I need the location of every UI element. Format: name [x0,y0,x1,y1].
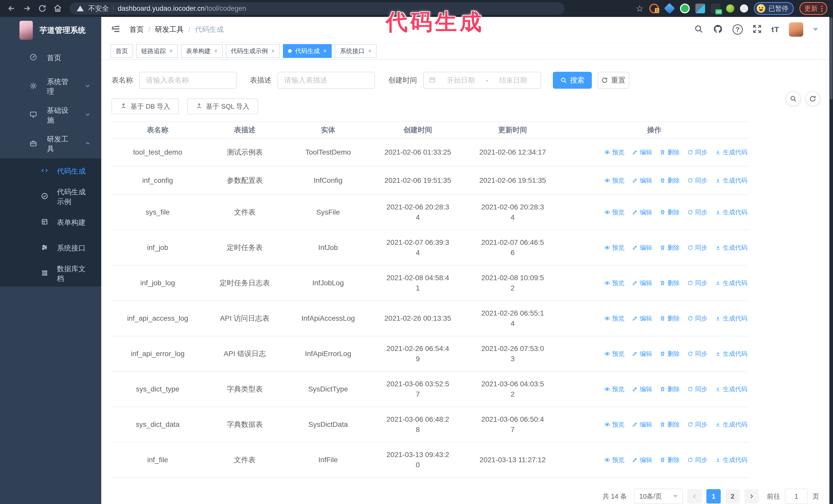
goto-page-input[interactable] [785,488,808,504]
page-button-2[interactable]: 2 [725,489,740,503]
table-name-input[interactable] [139,72,237,89]
tab-home[interactable]: 首页 [111,44,133,58]
breadcrumb-home[interactable]: 首页 [129,25,144,34]
address-bar[interactable]: 不安全 dashboard.yudao.iocoder.cn/tool/code… [70,2,564,15]
extension-icon-1[interactable]: 1 [649,4,659,13]
preview-link[interactable]: 预览 [604,279,624,287]
next-page-button[interactable] [744,489,759,503]
toggle-search-button[interactable] [786,91,801,106]
hamburger-icon[interactable] [111,24,121,35]
bookmark-star-icon[interactable]: ☆ [636,4,644,13]
edit-link[interactable]: 编辑 [632,421,652,429]
tab-form-builder[interactable]: 表单构建× [181,44,223,58]
tab-codegen-example[interactable]: 代码生成示例× [226,44,280,58]
delete-link[interactable]: 删除 [660,421,680,429]
preview-link[interactable]: 预览 [604,456,624,464]
preview-link[interactable]: 预览 [604,148,624,157]
table-desc-input[interactable] [278,72,375,89]
delete-link[interactable]: 删除 [660,385,680,393]
sync-link[interactable]: 同步 [687,350,708,358]
back-icon[interactable] [6,3,18,14]
forward-icon[interactable] [21,3,33,14]
tab-trace[interactable]: 链路追踪× [136,44,178,58]
reload-icon[interactable] [37,3,48,14]
help-icon[interactable]: ? [733,24,743,34]
sync-link[interactable]: 同步 [687,456,708,464]
generate-code-link[interactable]: 生成代码 [715,208,747,216]
edit-link[interactable]: 编辑 [632,243,652,252]
sidebar-item-codegen[interactable]: 代码生成 [0,159,101,184]
sync-link[interactable]: 同步 [687,421,708,429]
tab-codegen[interactable]: 代码生成× [283,44,332,58]
edit-link[interactable]: 编辑 [632,314,652,322]
preview-link[interactable]: 预览 [604,385,624,393]
edit-link[interactable]: 编辑 [632,176,652,185]
generate-code-link[interactable]: 生成代码 [715,350,747,358]
sidebar-item-system-api[interactable]: 系统接口 [0,235,101,261]
prev-page-button[interactable] [687,489,702,503]
user-menu-caret-icon[interactable] [813,28,818,31]
delete-link[interactable]: 删除 [660,148,680,157]
extension-icon-4[interactable] [695,4,705,13]
end-date-placeholder[interactable]: 结束日期 [491,76,536,85]
close-icon[interactable]: × [271,48,275,54]
delete-link[interactable]: 删除 [660,456,680,464]
preview-link[interactable]: 预览 [604,176,624,185]
font-size-icon[interactable]: tT [771,25,779,34]
edit-link[interactable]: 编辑 [632,456,652,464]
date-range-picker[interactable]: 开始日期 - 结束日期 [423,72,541,89]
search-icon[interactable] [694,24,703,34]
sidebar-item-infrastructure[interactable]: 基础设施 [0,101,101,130]
close-icon[interactable]: × [214,48,218,54]
generate-code-link[interactable]: 生成代码 [715,148,747,157]
search-button[interactable]: 搜索 [553,72,592,89]
sync-link[interactable]: 同步 [687,208,708,216]
delete-link[interactable]: 删除 [660,350,680,358]
generate-code-link[interactable]: 生成代码 [715,243,747,252]
breadcrumb-dev-tools[interactable]: 研发工具 [155,25,184,34]
preview-link[interactable]: 预览 [604,208,624,216]
delete-link[interactable]: 删除 [660,243,680,252]
preview-link[interactable]: 预览 [604,350,624,358]
extension-icon-5[interactable]: on [711,4,720,13]
security-warning-icon[interactable] [76,5,84,12]
extension-icon-6[interactable] [726,4,734,13]
generate-code-link[interactable]: 生成代码 [715,176,747,185]
preview-link[interactable]: 预览 [604,314,624,322]
sync-link[interactable]: 同步 [687,385,708,393]
edit-link[interactable]: 编辑 [632,208,652,216]
generate-code-link[interactable]: 生成代码 [715,421,747,429]
edit-link[interactable]: 编辑 [632,385,652,393]
page-size-select[interactable]: 10条/页 [634,488,683,504]
sync-link[interactable]: 同步 [687,148,708,157]
sync-link[interactable]: 同步 [687,314,708,322]
extension-icon-2[interactable] [664,3,675,14]
sidebar-item-system[interactable]: 系统管理 [0,72,101,101]
sync-link[interactable]: 同步 [687,176,708,185]
browser-menu-icon[interactable] [821,6,823,11]
generate-code-link[interactable]: 生成代码 [715,456,747,464]
edit-link[interactable]: 编辑 [632,279,652,287]
browser-scrollbar[interactable] [829,17,833,504]
edit-link[interactable]: 编辑 [632,350,652,358]
start-date-placeholder[interactable]: 开始日期 [438,76,483,85]
home-icon[interactable] [52,3,64,14]
import-sql-button[interactable]: 基于 SQL 导入 [187,98,258,114]
app-logo[interactable]: 芋道管理系统 [0,17,101,44]
close-icon[interactable]: × [324,48,327,54]
reset-button[interactable]: 重置 [597,72,629,89]
delete-link[interactable]: 删除 [660,176,680,185]
generate-code-link[interactable]: 生成代码 [715,279,747,287]
fullscreen-icon[interactable] [753,24,762,34]
browser-update-button[interactable]: 更新 [800,2,827,15]
import-db-button[interactable]: 基于 DB 导入 [112,98,179,114]
preview-link[interactable]: 预览 [604,421,624,429]
close-icon[interactable]: × [368,48,372,54]
sidebar-item-db-doc[interactable]: 数据库文档 [0,261,101,287]
generate-code-link[interactable]: 生成代码 [715,385,747,393]
profile-paused-badge[interactable]: 已暂停 [754,2,794,15]
sync-link[interactable]: 同步 [687,243,708,252]
delete-link[interactable]: 删除 [660,314,680,322]
close-icon[interactable]: × [169,48,173,54]
scrollbar-thumb[interactable] [830,18,832,99]
